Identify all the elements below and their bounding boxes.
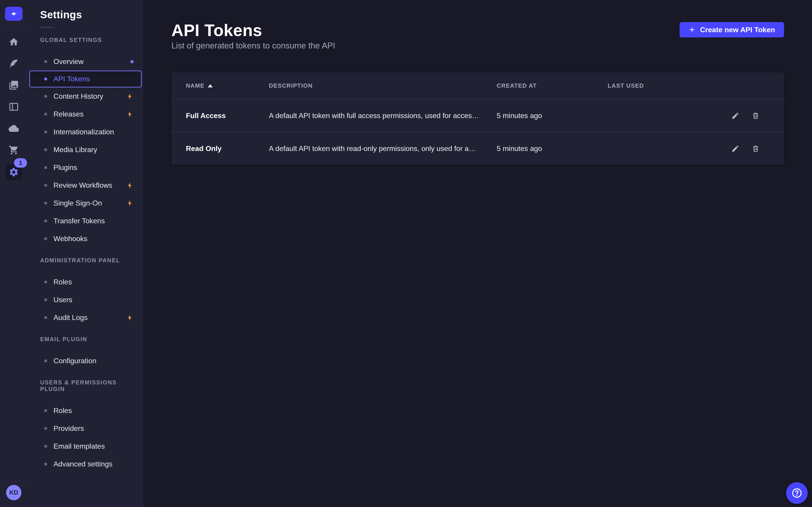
- lightning-icon: [126, 111, 134, 118]
- sidebar-item-webhooks[interactable]: Webhooks: [28, 230, 143, 248]
- strapi-logo[interactable]: [5, 7, 22, 21]
- bullet-icon: [44, 202, 47, 205]
- settings-sidebar: Settings GLOBAL SETTINGS Overview API To…: [28, 0, 143, 507]
- bullet-icon: [44, 184, 47, 187]
- trash-icon: [752, 112, 760, 120]
- sidebar-item-review-workflows[interactable]: Review Workflows: [28, 176, 143, 194]
- row-actions: [727, 144, 761, 154]
- bullet-icon: [44, 281, 47, 283]
- bullet-icon: [44, 77, 47, 80]
- rail-icon-list: 1: [0, 31, 28, 183]
- bullet-icon: [44, 445, 47, 448]
- sidebar-item-label: Configuration: [53, 357, 96, 365]
- sidebar-item-label: Media Library: [53, 146, 97, 154]
- lightning-icon: [126, 314, 134, 321]
- create-api-token-button[interactable]: Create new API Token: [679, 22, 784, 38]
- sidebar-item-label: Roles: [53, 406, 72, 415]
- content-manager-nav-button[interactable]: [0, 53, 28, 74]
- sidebar-item-label: Overview: [53, 57, 84, 66]
- page-title: API Tokens: [171, 21, 262, 40]
- sort-ascending-icon: [208, 84, 213, 88]
- gear-icon: [9, 167, 19, 177]
- marketplace-nav-button[interactable]: [0, 139, 28, 161]
- sidebar-item-transfer-tokens[interactable]: Transfer Tokens: [28, 212, 143, 230]
- delete-token-button[interactable]: [751, 111, 761, 121]
- sidebar-item-label: Review Workflows: [53, 181, 112, 189]
- section-global-settings: GLOBAL SETTINGS: [40, 37, 143, 43]
- trash-icon: [752, 145, 760, 153]
- main-nav-rail: 1 KD: [0, 0, 28, 507]
- content-type-builder-nav-button[interactable]: [0, 96, 28, 118]
- bullet-icon: [44, 427, 47, 430]
- section-email-plugin: EMAIL PLUGIN: [40, 336, 143, 342]
- sidebar-item-label: Users: [53, 296, 72, 304]
- bullet-icon: [44, 298, 47, 301]
- column-header-last-used: LAST USED: [608, 82, 727, 89]
- help-button[interactable]: [786, 482, 808, 504]
- cloud-nav-button[interactable]: [0, 118, 28, 139]
- token-description: A default API token with read-only permi…: [269, 145, 497, 153]
- strapi-logo-icon: [9, 9, 18, 18]
- bullet-icon: [44, 95, 47, 98]
- sidebar-item-label: Content History: [53, 92, 103, 101]
- bullet-icon: [44, 237, 47, 240]
- table-row-read-only[interactable]: Read Only A default API token with read-…: [171, 132, 784, 165]
- cloud-icon: [9, 123, 19, 133]
- sidebar-item-label: Plugins: [53, 163, 77, 172]
- section-administration-panel: ADMINISTRATION PANEL: [40, 257, 143, 264]
- sidebar-item-media-library[interactable]: Media Library: [28, 141, 143, 159]
- delete-token-button[interactable]: [751, 144, 761, 154]
- sidebar-item-label: Advanced settings: [53, 460, 112, 468]
- sidebar-item-releases[interactable]: Releases: [28, 105, 143, 123]
- question-mark-icon: [791, 487, 803, 499]
- bullet-icon: [44, 359, 47, 362]
- row-actions: [727, 111, 761, 121]
- sidebar-item-api-tokens[interactable]: API Tokens: [29, 70, 142, 88]
- pencil-icon: [731, 145, 740, 153]
- user-avatar[interactable]: KD: [6, 485, 21, 500]
- lightning-icon: [126, 182, 134, 189]
- layout-icon: [9, 102, 19, 112]
- plus-icon: [689, 26, 695, 33]
- sidebar-item-content-history[interactable]: Content History: [28, 88, 143, 105]
- sidebar-item-configuration[interactable]: Configuration: [28, 352, 143, 370]
- edit-token-button[interactable]: [730, 111, 740, 121]
- sidebar-item-label: Webhooks: [53, 235, 88, 243]
- token-description: A default API token with full access per…: [269, 112, 497, 120]
- sidebar-item-internationalization[interactable]: Internationalization: [28, 123, 143, 141]
- lightning-icon: [126, 93, 134, 100]
- rail-divider: [0, 27, 27, 28]
- edit-token-button[interactable]: [730, 144, 740, 154]
- sidebar-item-audit-logs[interactable]: Audit Logs: [28, 309, 143, 327]
- feather-icon: [9, 58, 19, 69]
- media-library-nav-button[interactable]: [0, 74, 28, 96]
- bullet-icon: [44, 463, 47, 465]
- bullet-icon: [44, 113, 47, 116]
- sidebar-item-roles-admin[interactable]: Roles: [28, 273, 143, 291]
- sidebar-item-label: Roles: [53, 278, 72, 286]
- sidebar-item-label: Releases: [53, 110, 84, 118]
- main-content: API Tokens List of generated tokens to c…: [144, 0, 812, 507]
- bullet-icon: [44, 316, 47, 319]
- sidebar-item-label: Transfer Tokens: [53, 217, 105, 225]
- pencil-icon: [731, 112, 740, 120]
- sidebar-item-advanced-settings[interactable]: Advanced settings: [28, 455, 143, 473]
- table-header-row: NAME DESCRIPTION CREATED AT LAST USED: [171, 72, 784, 99]
- home-nav-button[interactable]: [0, 31, 28, 53]
- strapi-admin-app: 1 KD Settings GLOBAL SETTINGS Overview A…: [0, 0, 812, 507]
- table-row-full-access[interactable]: Full Access A default API token with ful…: [171, 99, 784, 132]
- column-header-name[interactable]: NAME: [186, 82, 269, 89]
- sidebar-title: Settings: [40, 9, 143, 21]
- settings-nav-button[interactable]: 1: [0, 161, 28, 183]
- sidebar-item-label: Audit Logs: [53, 314, 88, 322]
- sidebar-item-providers[interactable]: Providers: [28, 419, 143, 437]
- home-icon: [9, 37, 19, 47]
- sidebar-item-single-sign-on[interactable]: Single Sign-On: [28, 194, 143, 212]
- lightning-icon: [126, 200, 134, 207]
- sidebar-item-overview[interactable]: Overview: [28, 53, 143, 70]
- sidebar-item-label: Email templates: [53, 442, 105, 450]
- sidebar-item-plugins[interactable]: Plugins: [28, 159, 143, 176]
- sidebar-item-roles-up[interactable]: Roles: [28, 402, 143, 419]
- sidebar-item-users[interactable]: Users: [28, 291, 143, 309]
- sidebar-item-email-templates[interactable]: Email templates: [28, 437, 143, 455]
